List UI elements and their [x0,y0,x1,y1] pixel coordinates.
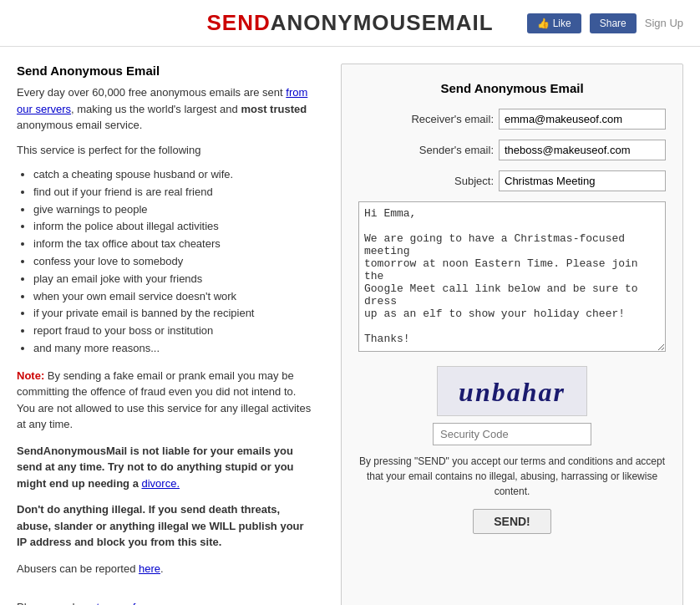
site-logo: SENDANONYMOUSEMAIL [206,10,493,36]
message-textarea[interactable]: Hi Emma, We are going to have a Christma… [358,201,666,352]
illegal-text: Don't do anything illegal. If you send d… [17,503,304,548]
list-item: give warnings to people [33,201,316,219]
terms-prefix: Please read our [17,601,96,605]
list-item: when your own email service doesn't work [33,288,316,306]
left-column: Send Anonymous Email Every day over 60,0… [17,64,324,605]
illegal-block: Don't do anything illegal. If you send d… [17,501,316,551]
list-item: inform the tax office about tax cheaters [33,236,316,253]
abusers-link[interactable]: here [139,562,160,575]
sender-input[interactable] [499,140,666,160]
security-code-input[interactable] [433,423,591,445]
left-title: Send Anonymous Email [17,64,316,78]
links-block: Please read our terms of use. Test your … [17,597,316,605]
list-item: and many more reasons... [33,340,316,358]
note-label: Note: [17,369,44,382]
terms-link[interactable]: terms of use. [96,601,159,605]
captcha-area: unbahar [358,366,666,445]
bullet-list: catch a cheating spouse husband or wife.… [33,166,316,358]
send-button[interactable]: SEND! [473,509,551,534]
abusers-text: Abusers can be reported here. [17,561,316,577]
list-item: find out if your friend is are real frie… [33,184,316,201]
receiver-input[interactable] [499,109,666,130]
header: SENDANONYMOUSEMAIL 👍 Like Share Sign Up [0,0,700,47]
receiver-row: Receiver's email: [358,109,666,130]
perfect-text: This service is perfect for the followin… [17,142,316,159]
logo-rest: ANONYMOUSEMAIL [271,10,494,35]
list-item: confess your love to somebody [33,253,316,271]
abusers-prefix: Abusers can be reported [17,562,139,575]
sender-row: Sender's email: [358,140,666,160]
like-button[interactable]: 👍 Like [527,13,581,33]
receiver-label: Receiver's email: [411,113,494,125]
share-button[interactable]: Share [590,13,637,33]
list-item: report fraud to your boss or institution [33,323,316,340]
list-item: catch a cheating spouse husband or wife. [33,166,316,184]
divorce-link[interactable]: divorce. [142,477,180,490]
signup-link[interactable]: Sign Up [645,17,683,29]
subject-input[interactable] [499,170,666,191]
note-block: Note: By sending a fake email or prank e… [17,368,316,433]
note-text: By sending a fake email or prank email y… [17,369,311,431]
captcha-image: unbahar [437,366,587,416]
subject-row: Subject: [358,170,666,191]
terms-text: By pressing "SEND" you accept our terms … [358,454,666,499]
list-item: play an email joke with your friends [33,271,316,288]
logo-send: SEND [206,10,270,35]
right-column: Send Anonymous Email Receiver's email: S… [341,64,683,605]
list-item: if your private email is banned by the r… [33,305,316,323]
header-actions: 👍 Like Share Sign Up [527,13,683,33]
liability-block: SendAnonymousMail is not liable for your… [17,443,316,492]
sender-label: Sender's email: [419,144,494,156]
subject-label: Subject: [454,175,494,187]
form-title: Send Anonymous Email [358,81,666,95]
intro-text: Every day over 60,000 free anonymous ema… [17,84,316,134]
list-item: inform the police about illegal activiti… [33,218,316,236]
main-content: Send Anonymous Email Every day over 60,0… [0,47,700,605]
